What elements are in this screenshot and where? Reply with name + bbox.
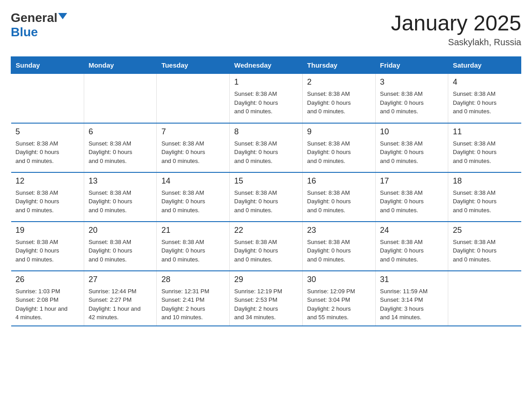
header-day-wednesday: Wednesday (230, 57, 303, 74)
calendar-cell: 11Sunset: 8:38 AM Daylight: 0 hours and … (448, 123, 521, 172)
day-number: 27 (89, 275, 152, 284)
calendar-cell: 2Sunset: 8:38 AM Daylight: 0 hours and 0… (302, 74, 375, 123)
day-number: 26 (16, 275, 79, 284)
day-info: Sunset: 8:38 AM Daylight: 0 hours and 0 … (234, 188, 298, 215)
day-info: Sunrise: 1:03 PM Sunset: 2:08 PM Dayligh… (16, 287, 79, 322)
calendar-cell: 23Sunset: 8:38 AM Daylight: 0 hours and … (302, 222, 375, 271)
day-info: Sunset: 8:38 AM Daylight: 0 hours and 0 … (453, 139, 516, 166)
day-info: Sunset: 8:38 AM Daylight: 0 hours and 0 … (89, 139, 152, 166)
calendar-cell: 3Sunset: 8:38 AM Daylight: 0 hours and 0… (375, 74, 448, 123)
logo: General Blue (11, 11, 67, 39)
day-info: Sunrise: 11:59 AM Sunset: 3:14 PM Daylig… (380, 287, 444, 322)
day-number: 15 (234, 176, 298, 186)
calendar-subtitle: Saskylakh, Russia (391, 37, 521, 47)
day-info: Sunset: 8:38 AM Daylight: 0 hours and 0 … (453, 188, 516, 215)
day-info: Sunrise: 12:09 PM Sunset: 3:04 PM Daylig… (307, 287, 371, 322)
day-info: Sunset: 8:38 AM Daylight: 0 hours and 0 … (234, 238, 298, 264)
calendar-cell (84, 74, 157, 123)
day-number: 16 (307, 176, 371, 186)
day-info: Sunset: 8:38 AM Daylight: 0 hours and 0 … (307, 188, 371, 215)
day-number: 28 (161, 275, 225, 284)
calendar-cell: 4Sunset: 8:38 AM Daylight: 0 hours and 0… (448, 74, 521, 123)
day-info: Sunset: 8:38 AM Daylight: 0 hours and 0 … (380, 90, 444, 116)
calendar-cell: 12Sunset: 8:38 AM Daylight: 0 hours and … (11, 172, 84, 222)
calendar-cell: 13Sunset: 8:38 AM Daylight: 0 hours and … (84, 172, 157, 222)
calendar-cell: 10Sunset: 8:38 AM Daylight: 0 hours and … (375, 123, 448, 172)
day-number: 2 (307, 77, 371, 87)
day-info: Sunrise: 12:31 PM Sunset: 2:41 PM Daylig… (161, 287, 225, 322)
calendar-week-row: 12Sunset: 8:38 AM Daylight: 0 hours and … (11, 172, 521, 222)
day-number: 29 (234, 275, 298, 284)
calendar-cell: 22Sunset: 8:38 AM Daylight: 0 hours and … (230, 222, 303, 271)
day-info: Sunset: 8:38 AM Daylight: 0 hours and 0 … (161, 188, 225, 215)
day-number: 10 (380, 127, 444, 137)
header-day-sunday: Sunday (11, 57, 84, 74)
logo-blue: Blue (11, 25, 38, 39)
calendar-cell: 6Sunset: 8:38 AM Daylight: 0 hours and 0… (84, 123, 157, 172)
day-info: Sunset: 8:38 AM Daylight: 0 hours and 0 … (453, 238, 516, 264)
day-info: Sunset: 8:38 AM Daylight: 0 hours and 0 … (16, 188, 79, 215)
day-number: 12 (16, 176, 79, 186)
day-info: Sunset: 8:38 AM Daylight: 0 hours and 0 … (16, 139, 79, 166)
day-info: Sunset: 8:38 AM Daylight: 0 hours and 0 … (161, 139, 225, 166)
calendar-cell: 16Sunset: 8:38 AM Daylight: 0 hours and … (302, 172, 375, 222)
day-info: Sunset: 8:38 AM Daylight: 0 hours and 0 … (380, 238, 444, 264)
calendar-cell: 26Sunrise: 1:03 PM Sunset: 2:08 PM Dayli… (11, 271, 84, 326)
day-info: Sunset: 8:38 AM Daylight: 0 hours and 0 … (234, 90, 298, 116)
logo-general: General (11, 11, 57, 25)
day-info: Sunset: 8:38 AM Daylight: 0 hours and 0 … (307, 238, 371, 264)
day-info: Sunset: 8:38 AM Daylight: 0 hours and 0 … (89, 238, 152, 264)
day-number: 14 (161, 176, 225, 186)
day-number: 31 (380, 275, 444, 284)
day-number: 6 (89, 127, 152, 137)
day-number: 30 (307, 275, 371, 284)
day-info: Sunset: 8:38 AM Daylight: 0 hours and 0 … (16, 238, 79, 264)
calendar-cell: 21Sunset: 8:38 AM Daylight: 0 hours and … (157, 222, 230, 271)
day-info: Sunset: 8:38 AM Daylight: 0 hours and 0 … (307, 139, 371, 166)
calendar-cell: 30Sunrise: 12:09 PM Sunset: 3:04 PM Dayl… (302, 271, 375, 326)
calendar-cell: 24Sunset: 8:38 AM Daylight: 0 hours and … (375, 222, 448, 271)
calendar-cell: 31Sunrise: 11:59 AM Sunset: 3:14 PM Dayl… (375, 271, 448, 326)
day-info: Sunrise: 12:19 PM Sunset: 2:53 PM Daylig… (234, 287, 298, 322)
day-number: 20 (89, 226, 152, 235)
calendar-cell: 17Sunset: 8:38 AM Daylight: 0 hours and … (375, 172, 448, 222)
calendar-cell: 1Sunset: 8:38 AM Daylight: 0 hours and 0… (230, 74, 303, 123)
calendar-title: January 2025 (391, 11, 521, 35)
header-day-saturday: Saturday (448, 57, 521, 74)
calendar-cell: 7Sunset: 8:38 AM Daylight: 0 hours and 0… (157, 123, 230, 172)
calendar-cell: 28Sunrise: 12:31 PM Sunset: 2:41 PM Dayl… (157, 271, 230, 326)
day-number: 9 (307, 127, 371, 137)
calendar-week-row: 1Sunset: 8:38 AM Daylight: 0 hours and 0… (11, 74, 521, 123)
calendar-cell: 27Sunrise: 12:44 PM Sunset: 2:27 PM Dayl… (84, 271, 157, 326)
day-info: Sunrise: 12:44 PM Sunset: 2:27 PM Daylig… (89, 287, 152, 322)
day-number: 11 (453, 127, 516, 137)
day-info: Sunset: 8:38 AM Daylight: 0 hours and 0 … (307, 90, 371, 116)
calendar-week-row: 19Sunset: 8:38 AM Daylight: 0 hours and … (11, 222, 521, 271)
calendar-cell: 14Sunset: 8:38 AM Daylight: 0 hours and … (157, 172, 230, 222)
day-number: 5 (16, 127, 79, 137)
logo-triangle-icon (58, 13, 67, 19)
day-number: 3 (380, 77, 444, 87)
calendar-week-row: 5Sunset: 8:38 AM Daylight: 0 hours and 0… (11, 123, 521, 172)
day-number: 25 (453, 226, 516, 235)
day-number: 19 (16, 226, 79, 235)
calendar-cell (157, 74, 230, 123)
day-number: 18 (453, 176, 516, 186)
day-info: Sunset: 8:38 AM Daylight: 0 hours and 0 … (453, 90, 516, 116)
day-info: Sunset: 8:38 AM Daylight: 0 hours and 0 … (89, 188, 152, 215)
day-number: 8 (234, 127, 298, 137)
day-number: 17 (380, 176, 444, 186)
title-section: January 2025 Saskylakh, Russia (391, 11, 521, 47)
calendar-cell: 8Sunset: 8:38 AM Daylight: 0 hours and 0… (230, 123, 303, 172)
header-day-thursday: Thursday (302, 57, 375, 74)
calendar-cell: 20Sunset: 8:38 AM Daylight: 0 hours and … (84, 222, 157, 271)
calendar-table: SundayMondayTuesdayWednesdayThursdayFrid… (11, 56, 521, 326)
day-number: 21 (161, 226, 225, 235)
day-info: Sunset: 8:38 AM Daylight: 0 hours and 0 … (380, 139, 444, 166)
calendar-cell: 25Sunset: 8:38 AM Daylight: 0 hours and … (448, 222, 521, 271)
day-number: 1 (234, 77, 298, 87)
day-number: 13 (89, 176, 152, 186)
header-day-monday: Monday (84, 57, 157, 74)
calendar-header-row: SundayMondayTuesdayWednesdayThursdayFrid… (11, 57, 521, 74)
calendar-cell: 5Sunset: 8:38 AM Daylight: 0 hours and 0… (11, 123, 84, 172)
